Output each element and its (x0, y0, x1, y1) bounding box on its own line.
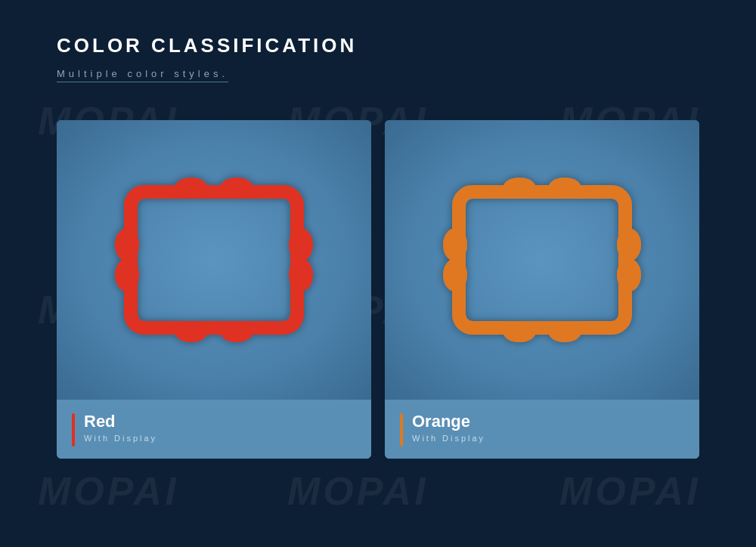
watermark: MOPAI (38, 468, 179, 514)
svg-point-4 (289, 258, 313, 292)
red-label-main: Red (84, 412, 157, 431)
svg-point-5 (175, 321, 208, 342)
red-card-image (57, 120, 371, 400)
page-subtitle: Multiple color styles. (57, 68, 228, 82)
svg-point-10 (443, 228, 467, 261)
svg-point-6 (220, 321, 253, 342)
svg-point-8 (220, 178, 253, 199)
orange-label-sub: With Display (412, 434, 485, 443)
red-card-label: Red With Display (57, 400, 371, 459)
svg-point-14 (503, 321, 536, 342)
watermark: MOPAI (559, 468, 701, 514)
svg-point-7 (175, 178, 208, 199)
red-frame-svg (101, 162, 327, 358)
svg-point-1 (115, 228, 139, 261)
svg-point-16 (503, 178, 536, 199)
orange-label-main: Orange (412, 412, 485, 431)
header-section: COLOR CLASSIFICATION Multiple color styl… (0, 0, 756, 97)
page-title: COLOR CLASSIFICATION (57, 34, 699, 57)
cards-section: Red With Display (0, 105, 756, 459)
svg-rect-9 (459, 192, 625, 328)
svg-point-2 (115, 258, 139, 292)
svg-point-11 (443, 258, 467, 292)
svg-point-17 (548, 178, 581, 199)
red-label-texts: Red With Display (84, 412, 157, 443)
page-container: MOPAI MOPAI MOPAI MOPAI MOPAI MOPAI MOPA… (0, 0, 756, 547)
svg-point-15 (548, 321, 581, 342)
svg-point-3 (289, 228, 313, 261)
red-color-card: Red With Display (57, 120, 371, 459)
orange-card-image (385, 120, 699, 400)
watermark: MOPAI (287, 468, 429, 514)
svg-point-13 (617, 258, 641, 292)
orange-color-card: Orange With Display (385, 120, 699, 459)
svg-point-12 (617, 228, 641, 261)
orange-frame-svg (429, 162, 655, 358)
orange-color-indicator (400, 413, 403, 447)
red-color-indicator (72, 413, 75, 447)
red-label-sub: With Display (84, 434, 157, 443)
orange-card-label: Orange With Display (385, 400, 699, 459)
svg-rect-0 (131, 192, 297, 328)
orange-label-texts: Orange With Display (412, 412, 485, 443)
